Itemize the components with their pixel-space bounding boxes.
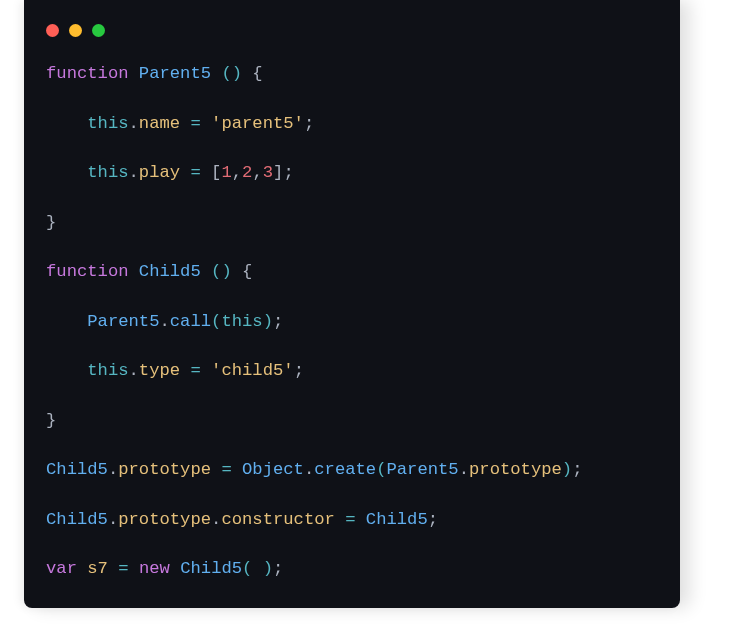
ident-child5: Child5: [46, 460, 108, 479]
equals: =: [221, 460, 231, 479]
dot: .: [129, 114, 139, 133]
ident-object: Object: [242, 460, 304, 479]
keyword-function: function: [46, 64, 129, 83]
this-keyword: this: [221, 312, 262, 331]
equals: =: [190, 114, 200, 133]
keyword-var: var: [46, 559, 77, 578]
prop-constructor: constructor: [221, 510, 334, 529]
keyword-function: function: [46, 262, 129, 281]
code-block: function Parent5 () { this.name = 'paren…: [24, 62, 680, 606]
ident-parent5: Parent5: [386, 460, 458, 479]
paren-open: (: [221, 64, 231, 83]
string-literal: 'parent5': [211, 114, 304, 133]
window-titlebar: [24, 16, 680, 44]
dot: .: [211, 510, 221, 529]
ident-child5: Child5: [46, 510, 108, 529]
this-keyword: this: [87, 163, 128, 182]
prop-prototype: prototype: [118, 460, 211, 479]
ident-s7: s7: [87, 559, 108, 578]
func-name-parent5: Parent5: [139, 64, 211, 83]
prop-play: play: [139, 163, 180, 182]
paren-close: ): [263, 559, 273, 578]
comma: ,: [232, 163, 242, 182]
semicolon: ;: [283, 163, 293, 182]
ident-child5: Child5: [180, 559, 242, 578]
this-keyword: this: [87, 361, 128, 380]
prop-prototype: prototype: [118, 510, 211, 529]
method-call: call: [170, 312, 211, 331]
brace-open: {: [252, 64, 262, 83]
code-window: function Parent5 () { this.name = 'paren…: [24, 0, 680, 608]
keyword-new: new: [139, 559, 170, 578]
paren-close: ): [221, 262, 231, 281]
close-icon[interactable]: [46, 24, 59, 37]
equals: =: [190, 163, 200, 182]
dot: .: [459, 460, 469, 479]
method-create: create: [314, 460, 376, 479]
zoom-icon[interactable]: [92, 24, 105, 37]
semicolon: ;: [273, 559, 283, 578]
semicolon: ;: [428, 510, 438, 529]
number-literal: 3: [263, 163, 273, 182]
minimize-icon[interactable]: [69, 24, 82, 37]
brace-close: }: [46, 411, 56, 430]
semicolon: ;: [304, 114, 314, 133]
prop-type: type: [139, 361, 180, 380]
ident-parent5: Parent5: [87, 312, 159, 331]
brace-open: {: [242, 262, 252, 281]
bracket-close: ]: [273, 163, 283, 182]
paren-open: (: [211, 262, 221, 281]
paren-open: (: [211, 312, 221, 331]
semicolon: ;: [273, 312, 283, 331]
paren-open: (: [376, 460, 386, 479]
semicolon: ;: [572, 460, 582, 479]
dot: .: [129, 163, 139, 182]
dot: .: [108, 460, 118, 479]
prop-prototype: prototype: [469, 460, 562, 479]
comma: ,: [252, 163, 262, 182]
func-name-child5: Child5: [139, 262, 201, 281]
dot: .: [304, 460, 314, 479]
number-literal: 2: [242, 163, 252, 182]
semicolon: ;: [294, 361, 304, 380]
prop-name: name: [139, 114, 180, 133]
paren-close: ): [562, 460, 572, 479]
number-literal: 1: [221, 163, 231, 182]
paren-close: ): [263, 312, 273, 331]
this-keyword: this: [87, 114, 128, 133]
equals: =: [118, 559, 128, 578]
dot: .: [159, 312, 169, 331]
equals: =: [190, 361, 200, 380]
string-literal: 'child5': [211, 361, 294, 380]
paren-open: (: [242, 559, 252, 578]
dot: .: [129, 361, 139, 380]
bracket-open: [: [211, 163, 221, 182]
dot: .: [108, 510, 118, 529]
brace-close: }: [46, 213, 56, 232]
ident-child5: Child5: [366, 510, 428, 529]
paren-close: ): [232, 64, 242, 83]
equals: =: [345, 510, 355, 529]
